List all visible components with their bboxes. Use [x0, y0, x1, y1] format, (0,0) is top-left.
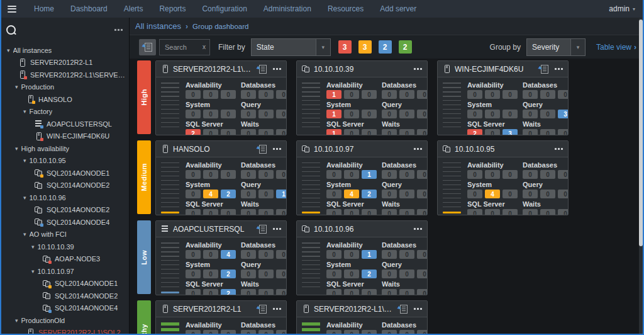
- tree-item-10-10-10-96[interactable]: ▾10.10.10.96: [0, 191, 129, 204]
- metric-count-box: 4: [221, 250, 236, 259]
- chevron-down-icon[interactable]: ▾: [15, 145, 18, 152]
- severity-bar-medium: Medium: [137, 140, 151, 214]
- card-more-icon[interactable]: [555, 148, 557, 150]
- open-dashboard-icon[interactable]: ►: [257, 65, 267, 73]
- table-view-link[interactable]: Table view›: [596, 43, 636, 52]
- tree-item-aoap-node3[interactable]: AOAP-NODE3: [0, 253, 129, 266]
- card-more-icon[interactable]: [273, 68, 275, 70]
- tree-item-server2012r2-l1-sql2016[interactable]: SERVER2012R2-L1\SQL2016: [0, 327, 129, 335]
- card-more-icon[interactable]: [414, 148, 416, 150]
- card-more-icon[interactable]: [414, 228, 416, 230]
- nav-item-reports[interactable]: Reports: [151, 0, 194, 18]
- search-icon[interactable]: [6, 25, 16, 35]
- open-dashboard-icon[interactable]: ►: [257, 225, 267, 233]
- instance-card-server2012r2-l1[interactable]: SERVER2012R2-L1►Availability000Databases…: [155, 300, 287, 335]
- instance-card-win-ecjimf4dk6u[interactable]: WIN-ECJIMF4DK6U►Availability000Databases…: [437, 60, 569, 135]
- instance-card-10-10-10-39[interactable]: 10.10.10.39Availability100Databases000Sy…: [296, 60, 428, 135]
- metric-count-box: 0: [540, 90, 555, 99]
- severity-label: High: [140, 89, 148, 105]
- metric-label: Waits: [382, 200, 428, 208]
- tree-item-sql2014aonode4[interactable]: SQL2014AONODE4: [0, 302, 129, 315]
- user-menu[interactable]: admin ▾: [609, 4, 635, 13]
- tree-item-10-10-10-97[interactable]: ▾10.10.10.97: [0, 265, 129, 278]
- tree-item-server2012r2-l1[interactable]: SERVER2012R2-L1: [0, 57, 129, 69]
- metric-count-box: 0: [502, 190, 518, 198]
- tree-item-high-availability[interactable]: ▾High availability: [0, 142, 129, 155]
- card-more-icon[interactable]: [414, 308, 416, 310]
- chevron-down-icon[interactable]: ▾: [15, 84, 18, 90]
- tree-item-aoapclustersql[interactable]: AOAPCLUSTERSQL: [0, 118, 129, 130]
- metric-label: Databases: [241, 81, 287, 89]
- metric-count-box: 0: [485, 129, 500, 135]
- chevron-down-icon[interactable]: ▾: [23, 231, 26, 237]
- card-header: SERVER2012R2-L1►: [156, 301, 286, 317]
- instance-card-server2012r2-l1-server20[interactable]: SERVER2012R2-L1\SERVER20...►Availability…: [155, 60, 287, 135]
- tree-item-10-10-10-39[interactable]: ▾10.10.10.39: [0, 241, 129, 253]
- chevron-down-icon[interactable]: ▾: [23, 108, 26, 115]
- sidebar-more-icon[interactable]: [114, 29, 116, 31]
- tree-item-productionold[interactable]: ▾ProductionOld: [0, 314, 129, 327]
- tree-item-label: 10.10.10.95: [30, 157, 66, 164]
- tree-item-sql2014aonode1[interactable]: SQL2014AONODE1: [0, 278, 129, 290]
- state-count-badge-1[interactable]: 3: [358, 40, 372, 54]
- open-dashboard-icon[interactable]: ►: [257, 145, 267, 153]
- card-more-icon[interactable]: [414, 68, 416, 70]
- tree-item-sql2014aonode2[interactable]: SQL2014AONODE2: [0, 290, 129, 302]
- vertical-scrollbar[interactable]: [639, 18, 643, 334]
- chevron-down-icon[interactable]: ▾: [15, 317, 18, 324]
- open-dashboard-icon[interactable]: ►: [398, 305, 408, 313]
- card-more-icon[interactable]: [273, 308, 275, 310]
- card-body: Availability001Databases000System002Quer…: [297, 237, 427, 295]
- metric-system: System000: [186, 101, 237, 118]
- chevron-down-icon[interactable]: ▾: [31, 268, 35, 275]
- nav-item-alerts[interactable]: Alerts: [116, 0, 152, 18]
- tree-item-ao-with-fci[interactable]: ▾AO with FCI: [0, 229, 129, 241]
- expand-dashboard-button[interactable]: ►: [139, 39, 156, 55]
- instance-card-10-10-10-95[interactable]: 10.10.10.95Availability000Databases000Sy…: [437, 140, 569, 215]
- tree-item-10-10-10-95[interactable]: ▾10.10.10.95: [0, 155, 129, 168]
- tree-item-sql2014aonode2[interactable]: SQL2014AONODE2: [0, 204, 129, 217]
- filter-state-select[interactable]: State ▾: [251, 38, 331, 56]
- tree-item-win-ecjimf4dk6u[interactable]: WIN-ECJIMF4DK6U: [0, 130, 129, 143]
- tree-item-sql2014aonode2[interactable]: SQL2014AONODE2: [0, 179, 129, 192]
- nav-item-resources[interactable]: Resources: [319, 0, 372, 18]
- group-by-select[interactable]: Severity ▾: [526, 38, 586, 56]
- tree-item-production[interactable]: ▾Production: [0, 81, 129, 94]
- metric-count-box: 0: [382, 250, 397, 259]
- card-more-icon[interactable]: [273, 228, 275, 230]
- search-input[interactable]: [164, 43, 200, 52]
- nav-item-dashboard[interactable]: Dashboard: [62, 0, 116, 18]
- tree-item-server2012r2-l1-server2012r2[interactable]: SERVER2012R2-L1\SERVER2012R2: [0, 69, 129, 81]
- tree-item-sql2014aonode4[interactable]: SQL2014AONODE4: [0, 216, 129, 229]
- tree-item-all-instances[interactable]: ▾All instances: [0, 44, 129, 57]
- state-count-badge-3[interactable]: 2: [399, 40, 412, 54]
- chevron-down-icon[interactable]: ▾: [23, 157, 26, 164]
- tree-item-factory[interactable]: ▾Factory: [0, 106, 129, 118]
- nav-item-home[interactable]: Home: [26, 0, 62, 18]
- chevron-down-icon[interactable]: ▾: [23, 195, 26, 201]
- menu-hamburger-icon[interactable]: [8, 6, 16, 13]
- open-dashboard-icon[interactable]: ►: [257, 305, 267, 313]
- open-dashboard-icon[interactable]: ►: [539, 65, 548, 73]
- card-more-icon[interactable]: [555, 68, 557, 70]
- search-clear-icon[interactable]: x: [203, 43, 206, 50]
- instance-card-hansolo[interactable]: HANSOLO►Availability000Databases000Syste…: [155, 140, 287, 215]
- scrollbar-thumb[interactable]: [639, 20, 643, 246]
- chevron-down-icon[interactable]: ▾: [7, 47, 10, 54]
- nav-item-add-server[interactable]: Add server: [372, 0, 425, 18]
- instance-card-aoapclustersql[interactable]: AOAPCLUSTERSQL►Availability004Databases0…: [155, 220, 287, 295]
- tree-item-sql2014aonode1[interactable]: SQL2014AONODE1: [0, 167, 129, 179]
- instance-card-10-10-10-96[interactable]: 10.10.10.96Availability001Databases000Sy…: [296, 220, 428, 295]
- state-count-badge-2[interactable]: 2: [379, 40, 392, 54]
- tree-item-hansolo[interactable]: HANSOLO: [0, 93, 129, 106]
- chevron-down-icon[interactable]: ▾: [31, 244, 35, 250]
- instance-card-server2012r2-l1-sql2016[interactable]: SERVER2012R2-L1\SQL2016►Availability000D…: [296, 300, 428, 335]
- instance-card-10-10-10-97[interactable]: 10.10.10.97Availability001Databases000Sy…: [296, 140, 428, 215]
- nav-item-configuration[interactable]: Configuration: [194, 0, 255, 18]
- breadcrumb-root-link[interactable]: All instances: [135, 21, 181, 31]
- card-more-icon[interactable]: [273, 148, 275, 150]
- nav-item-administration[interactable]: Administration: [255, 0, 319, 18]
- metric-count-box: 2: [186, 129, 201, 135]
- metric-sql-server: SQL Server000: [326, 200, 378, 215]
- state-count-badge-0[interactable]: 3: [338, 40, 352, 54]
